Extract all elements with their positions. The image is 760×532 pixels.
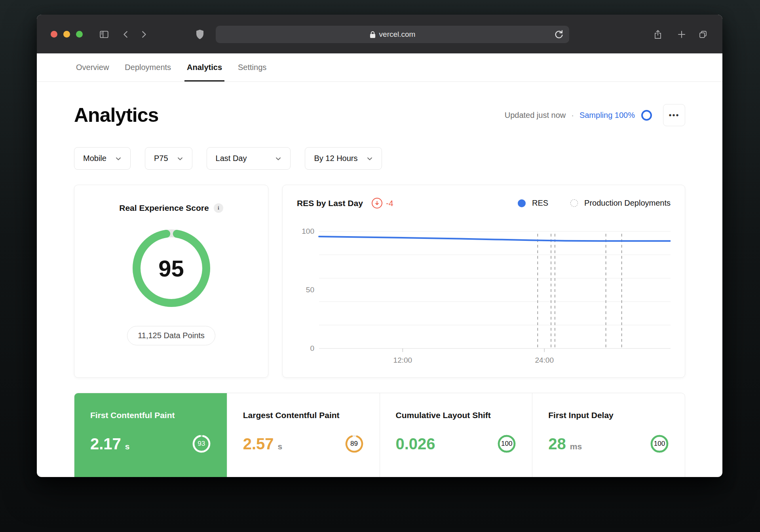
- percentile-filter-value: P75: [154, 154, 168, 163]
- browser-window: vercel.com: [37, 15, 722, 477]
- score-badge: 89: [344, 434, 365, 454]
- svg-text:24:00: 24:00: [535, 356, 554, 364]
- address-bar[interactable]: vercel.com: [216, 26, 569, 43]
- metric-value: 28: [548, 435, 566, 453]
- share-icon[interactable]: [651, 28, 665, 41]
- real-experience-score-card: Real Experience Score i 95 11,125 Data P…: [74, 185, 268, 378]
- legend-label-deployments: Production Deployments: [584, 199, 671, 208]
- svg-text:12:00: 12:00: [393, 356, 412, 364]
- deployments-legend-circle-icon: [570, 199, 578, 207]
- metric-label: First Contentful Paint: [90, 411, 211, 420]
- lock-icon: [370, 31, 376, 38]
- svg-text:0: 0: [310, 344, 314, 352]
- metric-card-fcp[interactable]: First Contentful Paint 2.17 s 93: [74, 393, 227, 477]
- metric-unit: s: [278, 442, 283, 451]
- zoom-window-button[interactable]: [76, 31, 83, 38]
- chevron-down-icon: [275, 155, 281, 162]
- score-badge-value: 93: [191, 434, 212, 454]
- more-options-button[interactable]: •••: [663, 104, 685, 126]
- score-badge-value: 100: [496, 434, 517, 454]
- metric-unit: ms: [570, 442, 582, 451]
- res-score-value: 95: [132, 229, 211, 308]
- res-line-chart[interactable]: 10050012:0024:00: [297, 216, 671, 367]
- interval-filter-value: By 12 Hours: [314, 154, 357, 163]
- range-filter-dropdown[interactable]: Last Day: [207, 147, 291, 170]
- site-nav: Overview Deployments Analytics Settings: [37, 53, 722, 82]
- score-change-value: -4: [386, 199, 393, 208]
- chart-legend: RES Production Deployments: [518, 199, 671, 208]
- interval-filter-dropdown[interactable]: By 12 Hours: [305, 147, 382, 170]
- res-card-title: Real Experience Score: [119, 203, 209, 213]
- updated-status: Updated just now: [505, 111, 566, 120]
- metric-label: First Input Delay: [548, 411, 669, 420]
- tab-overview[interactable]: Overview: [76, 63, 109, 81]
- new-tab-icon[interactable]: [675, 28, 688, 41]
- res-score-gauge: 95: [132, 229, 211, 308]
- score-badge-value: 89: [344, 434, 365, 454]
- reload-icon[interactable]: [553, 29, 564, 40]
- tab-overview-icon[interactable]: [696, 28, 710, 41]
- svg-text:50: 50: [306, 286, 314, 294]
- traffic-lights: [51, 31, 83, 38]
- arrow-down-circle-icon: [372, 198, 382, 208]
- percentile-filter-dropdown[interactable]: P75: [145, 147, 192, 170]
- chevron-down-icon: [115, 155, 122, 162]
- score-badge: 100: [496, 434, 517, 454]
- chart-title: RES by Last Day: [297, 199, 363, 208]
- chevron-down-icon: [367, 155, 373, 162]
- range-filter-value: Last Day: [216, 154, 247, 163]
- score-badge: 100: [649, 434, 670, 454]
- back-icon[interactable]: [119, 28, 133, 41]
- legend-label-res: RES: [532, 199, 548, 208]
- metric-label: Largest Contentful Paint: [243, 411, 364, 420]
- close-window-button[interactable]: [51, 31, 57, 38]
- device-filter-value: Mobile: [83, 154, 106, 163]
- metric-card-cls[interactable]: Cumulative Layout Shift 0.026 100: [380, 393, 532, 477]
- sampling-link[interactable]: Sampling 100%: [580, 111, 635, 120]
- score-badge-value: 100: [649, 434, 670, 454]
- res-legend-dot-icon: [518, 199, 526, 207]
- page-title: Analytics: [74, 104, 158, 127]
- tab-settings[interactable]: Settings: [238, 63, 266, 81]
- ellipsis-icon: •••: [669, 111, 679, 120]
- shield-icon[interactable]: [193, 28, 207, 41]
- metric-value: 2.57: [243, 435, 274, 453]
- info-icon[interactable]: i: [214, 203, 223, 213]
- metric-card-lcp[interactable]: Largest Contentful Paint 2.57 s 89: [227, 393, 380, 477]
- url-text: vercel.com: [379, 30, 416, 39]
- data-points-pill: 11,125 Data Points: [127, 326, 215, 345]
- web-vitals-row: First Contentful Paint 2.17 s 93 Largest…: [74, 393, 685, 477]
- metric-card-fid[interactable]: First Input Delay 28 ms 100: [532, 393, 685, 477]
- filters-row: Mobile P75 Last Day By 12 Hours: [74, 147, 685, 170]
- metric-unit: s: [125, 442, 130, 451]
- metric-label: Cumulative Layout Shift: [396, 411, 517, 420]
- sidebar-icon[interactable]: [97, 28, 111, 41]
- tab-analytics[interactable]: Analytics: [187, 63, 222, 81]
- res-chart-card: RES by Last Day -4 RES: [282, 185, 685, 378]
- svg-text:100: 100: [302, 227, 314, 235]
- score-change-indicator: -4: [372, 198, 393, 208]
- score-badge: 93: [191, 434, 212, 454]
- sampling-ring-icon: [641, 110, 652, 121]
- forward-icon[interactable]: [137, 28, 150, 41]
- chevron-down-icon: [177, 155, 183, 162]
- tab-deployments[interactable]: Deployments: [125, 63, 171, 81]
- separator: ·: [571, 111, 574, 120]
- metric-value: 0.026: [396, 435, 435, 453]
- minimize-window-button[interactable]: [63, 31, 70, 38]
- device-filter-dropdown[interactable]: Mobile: [74, 147, 131, 170]
- browser-chrome: vercel.com: [37, 15, 722, 53]
- metric-value: 2.17: [90, 435, 121, 453]
